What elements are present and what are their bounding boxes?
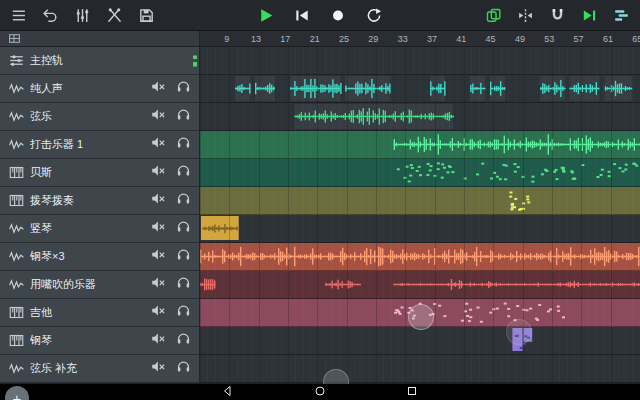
speaker-mute-icon xyxy=(151,331,166,350)
split-button[interactable] xyxy=(514,4,537,27)
track-header[interactable]: 贝斯 xyxy=(0,159,200,187)
headphones-icon xyxy=(176,163,191,182)
instruments-button[interactable] xyxy=(103,4,126,27)
track-lane[interactable] xyxy=(200,243,640,271)
track-name: 竖琴 xyxy=(30,221,146,236)
mute-button[interactable] xyxy=(146,107,171,126)
mute-button[interactable] xyxy=(146,275,171,294)
speaker-mute-icon xyxy=(151,247,166,266)
track-lane[interactable] xyxy=(200,299,640,327)
solo-headphones-button[interactable] xyxy=(171,191,196,210)
track-header[interactable]: 吉他 xyxy=(0,299,200,327)
menu-button[interactable] xyxy=(7,4,30,27)
home-button[interactable] xyxy=(314,383,326,400)
speaker-mute-icon xyxy=(151,275,166,294)
track-lane[interactable] xyxy=(200,103,640,131)
track-row: 拨琴拨奏 xyxy=(0,187,640,215)
track-lane[interactable] xyxy=(200,271,640,299)
mute-button[interactable] xyxy=(146,163,171,182)
master-grip[interactable] xyxy=(193,55,197,66)
track-row: 钢琴 xyxy=(0,327,640,355)
ruler-tick: 65 xyxy=(623,34,640,44)
ruler-tick: 33 xyxy=(388,34,417,44)
headphones-icon xyxy=(176,219,191,238)
track-header[interactable]: 拨琴拨奏 xyxy=(0,187,200,215)
ruler-tick: 41 xyxy=(447,34,476,44)
skip-start-button[interactable] xyxy=(291,4,314,27)
grid-toggle-button[interactable] xyxy=(6,32,22,46)
magnet-button[interactable] xyxy=(546,4,569,27)
track-header[interactable]: 钢琴×3 xyxy=(0,243,200,271)
solo-headphones-button[interactable] xyxy=(171,135,196,154)
lane-clips xyxy=(200,243,640,270)
track-header[interactable]: 弦乐 xyxy=(0,103,200,131)
ruler-tick: 25 xyxy=(329,34,358,44)
solo-headphones-button[interactable] xyxy=(171,359,196,378)
keys-icon xyxy=(5,305,27,320)
headphones-icon xyxy=(176,135,191,154)
track-panel-header xyxy=(0,31,200,47)
split-icon xyxy=(517,7,534,24)
headphones-icon xyxy=(176,303,191,322)
track-header[interactable]: 竖琴 xyxy=(0,215,200,243)
solo-headphones-button[interactable] xyxy=(171,275,196,294)
track-name: 主控轨 xyxy=(30,53,199,68)
piano-roll-button[interactable] xyxy=(610,4,633,27)
mute-button[interactable] xyxy=(146,331,171,350)
solo-headphones-button[interactable] xyxy=(171,219,196,238)
track-header[interactable]: 弦乐 补充 xyxy=(0,355,200,383)
track-lane[interactable] xyxy=(200,215,640,243)
mute-button[interactable] xyxy=(146,191,171,210)
undo-button[interactable] xyxy=(39,4,62,27)
speaker-mute-icon xyxy=(151,219,166,238)
track-header[interactable]: 纯人声 xyxy=(0,75,200,103)
solo-headphones-button[interactable] xyxy=(171,79,196,98)
undo-icon xyxy=(42,7,59,24)
track-lane[interactable] xyxy=(200,47,640,75)
play-button[interactable] xyxy=(255,4,278,27)
track-name: 打击乐器 1 xyxy=(30,137,146,152)
track-header[interactable]: 用嘴吹的乐器 xyxy=(0,271,200,299)
track-lane[interactable] xyxy=(200,187,640,215)
recents-button[interactable] xyxy=(406,383,418,400)
mute-button[interactable] xyxy=(146,135,171,154)
loop-button[interactable] xyxy=(363,4,386,27)
forward-button[interactable] xyxy=(578,4,601,27)
mute-button[interactable] xyxy=(146,219,171,238)
track-lane[interactable] xyxy=(200,131,640,159)
track-header[interactable]: 钢琴 xyxy=(0,327,200,355)
track-lane[interactable] xyxy=(200,75,640,103)
track-row: 贝斯 xyxy=(0,159,640,187)
menu-icon xyxy=(10,7,27,24)
track-lane[interactable] xyxy=(200,159,640,187)
toolbar xyxy=(0,0,640,31)
speaker-mute-icon xyxy=(151,163,166,182)
track-lane[interactable] xyxy=(200,327,640,355)
mixer-button[interactable] xyxy=(71,4,94,27)
solo-headphones-button[interactable] xyxy=(171,107,196,126)
track-header[interactable]: 主控轨 xyxy=(0,47,200,75)
track-name: 钢琴 xyxy=(30,333,146,348)
solo-headphones-button[interactable] xyxy=(171,247,196,266)
solo-headphones-button[interactable] xyxy=(171,163,196,182)
mute-button[interactable] xyxy=(146,79,171,98)
mute-button[interactable] xyxy=(146,303,171,322)
mute-button[interactable] xyxy=(146,247,171,266)
track-list: 主控轨 纯人声 弦乐 xyxy=(0,47,640,400)
solo-headphones-button[interactable] xyxy=(171,331,196,350)
back-icon xyxy=(222,383,234,400)
pattern-pages-button[interactable] xyxy=(482,4,505,27)
mixer-icon xyxy=(74,7,91,24)
solo-headphones-button[interactable] xyxy=(171,303,196,322)
track-header[interactable]: 打击乐器 1 xyxy=(0,131,200,159)
back-button[interactable] xyxy=(222,383,234,400)
save-button[interactable] xyxy=(135,4,158,27)
magnet-icon xyxy=(549,7,566,24)
toolbar-right-group xyxy=(475,4,640,27)
ruler[interactable]: 91317212529333741454953576165 xyxy=(200,31,640,47)
track-lane[interactable] xyxy=(200,355,640,383)
lane-clips xyxy=(200,355,640,382)
record-button[interactable] xyxy=(327,4,350,27)
wave-icon xyxy=(5,109,27,124)
mute-button[interactable] xyxy=(146,359,171,378)
